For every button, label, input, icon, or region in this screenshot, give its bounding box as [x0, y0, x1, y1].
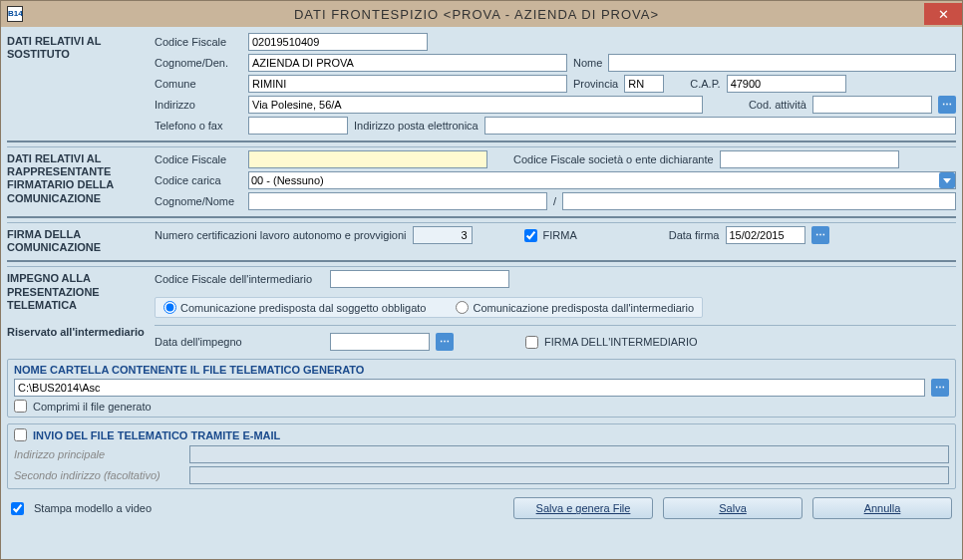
divider [7, 260, 956, 262]
section-impegno: IMPEGNO ALLA PRESENTAZIONE TELEMATICA Ri… [7, 266, 956, 353]
stampa-checkbox[interactable] [11, 502, 24, 515]
section-heading: IMPEGNO ALLA PRESENTAZIONE TELEMATICA [7, 270, 147, 312]
codice-fiscale-label: Codice Fiscale [155, 36, 242, 48]
cognome-rapp-input[interactable] [248, 192, 547, 210]
dialog-window: B14 DATI FRONTESPIZIO <PROVA - AZIENDA D… [0, 0, 963, 560]
cap-label: C.A.P. [690, 78, 720, 90]
indirizzo-input[interactable] [248, 96, 703, 114]
path-browse-button[interactable]: ⋯ [931, 379, 949, 397]
stampa-label: Stampa modello a video [34, 502, 152, 514]
salva-button[interactable]: Salva [663, 497, 802, 519]
cognome-nome-label: Cognome/Nome [155, 195, 242, 207]
cognome-den-label: Cognome/Den. [155, 57, 242, 69]
data-impegno-input[interactable] [330, 333, 430, 351]
telefono-label: Telefono o fax [155, 120, 242, 132]
cf-societa-label: Codice Fiscale società o ente dichiarant… [513, 153, 714, 165]
panel-title: NOME CARTELLA CONTENENTE IL FILE TELEMAT… [14, 364, 949, 376]
email-input[interactable] [484, 117, 956, 135]
cf-rapp-label: Codice Fiscale [155, 153, 242, 165]
firma-label: FIRMA [543, 229, 577, 241]
close-button[interactable]: ✕ [924, 3, 962, 25]
salva-genera-button[interactable]: Salva e genera File [513, 497, 653, 519]
cod-attivita-label: Cod. attività [749, 99, 806, 111]
panel-title: INVIO DEL FILE TELEMATICO TRAMITE E-MAIL [33, 429, 280, 441]
divider [7, 216, 956, 218]
comune-input[interactable] [248, 75, 567, 93]
radio-soggetto-label: Comunicazione predisposta dal soggetto o… [180, 302, 426, 314]
radio-intermediario[interactable] [456, 301, 469, 314]
telefono-input[interactable] [248, 117, 348, 135]
cf-intermediario-input[interactable] [330, 270, 509, 288]
addr2-input [189, 466, 949, 484]
section-firma: FIRMA DELLA COMUNICAZIONE Numero certifi… [7, 222, 956, 256]
data-firma-input[interactable] [726, 226, 805, 244]
annulla-button[interactable]: Annulla [812, 497, 952, 519]
codice-carica-select[interactable]: 00 - (Nessuno) [248, 171, 956, 189]
cf-rapp-input[interactable] [248, 150, 487, 168]
addr1-label: Indirizzo principale [14, 448, 183, 460]
section-heading: DATI RELATIVI AL RAPPRESENTANTE FIRMATAR… [7, 150, 147, 205]
divider [7, 140, 956, 142]
slash-label: / [553, 195, 556, 207]
path-input[interactable] [14, 379, 925, 397]
cf-intermediario-label: Codice Fiscale dell'intermediario [155, 273, 324, 285]
addr2-label: Secondo indirizzo (facoltativo) [14, 469, 183, 481]
nome-rapp-input[interactable] [562, 192, 956, 210]
radio-intermediario-label: Comunicazione predisposta dall'intermedi… [473, 302, 694, 314]
section-heading: DATI RELATIVI AL SOSTITUTO [7, 33, 147, 61]
section-sostituto: DATI RELATIVI AL SOSTITUTO Codice Fiscal… [7, 30, 956, 137]
app-icon: B14 [7, 6, 23, 22]
titlebar: B14 DATI FRONTESPIZIO <PROVA - AZIENDA D… [1, 1, 962, 27]
data-firma-label: Data firma [669, 229, 720, 241]
cod-attivita-input[interactable] [812, 96, 932, 114]
section-subheading: Riservato all'intermediario [7, 324, 147, 339]
nome-label: Nome [573, 57, 602, 69]
footer: Stampa modello a video Salva e genera Fi… [7, 491, 956, 521]
email-label: Indirizzo posta elettronica [354, 120, 479, 132]
content-area: DATI RELATIVI AL SOSTITUTO Codice Fiscal… [1, 27, 962, 559]
predisposta-radio-group: Comunicazione predisposta dal soggetto o… [155, 297, 703, 318]
window-title: DATI FRONTESPIZIO <PROVA - AZIENDA DI PR… [29, 7, 924, 22]
firma-intermediario-checkbox[interactable] [525, 336, 538, 349]
nome-input[interactable] [608, 54, 956, 72]
divider [155, 325, 956, 326]
firma-checkbox[interactable] [524, 229, 537, 242]
section-rappresentante: DATI RELATIVI AL RAPPRESENTANTE FIRMATAR… [7, 146, 956, 212]
radio-soggetto-obbligato[interactable] [163, 301, 176, 314]
provincia-label: Provincia [573, 78, 618, 90]
cf-societa-input[interactable] [720, 150, 899, 168]
codice-fiscale-input[interactable] [248, 33, 428, 51]
num-cert-input [413, 226, 473, 244]
panel-email: INVIO DEL FILE TELEMATICO TRAMITE E-MAIL… [7, 423, 956, 489]
codice-carica-label: Codice carica [155, 174, 242, 186]
addr1-input [189, 445, 949, 463]
cod-attivita-lookup-button[interactable]: ⋯ [938, 96, 956, 114]
num-cert-label: Numero certificazioni lavoro autonomo e … [155, 229, 407, 241]
data-impegno-label: Data dell'impegno [155, 336, 324, 348]
section-heading: FIRMA DELLA COMUNICAZIONE [7, 226, 147, 254]
comprimi-checkbox[interactable] [14, 400, 27, 413]
provincia-input[interactable] [624, 75, 664, 93]
cap-input[interactable] [727, 75, 846, 93]
firma-intermediario-label: FIRMA DELL'INTERMEDIARIO [544, 336, 698, 348]
data-impegno-calendar-button[interactable]: ⋯ [436, 333, 454, 351]
comune-label: Comune [155, 78, 242, 90]
invio-email-checkbox[interactable] [14, 428, 27, 441]
indirizzo-label: Indirizzo [155, 99, 242, 111]
cognome-den-input[interactable] [248, 54, 567, 72]
data-firma-calendar-button[interactable]: ⋯ [811, 226, 829, 244]
panel-cartella: NOME CARTELLA CONTENENTE IL FILE TELEMAT… [7, 359, 956, 418]
comprimi-label: Comprimi il file generato [33, 401, 152, 413]
